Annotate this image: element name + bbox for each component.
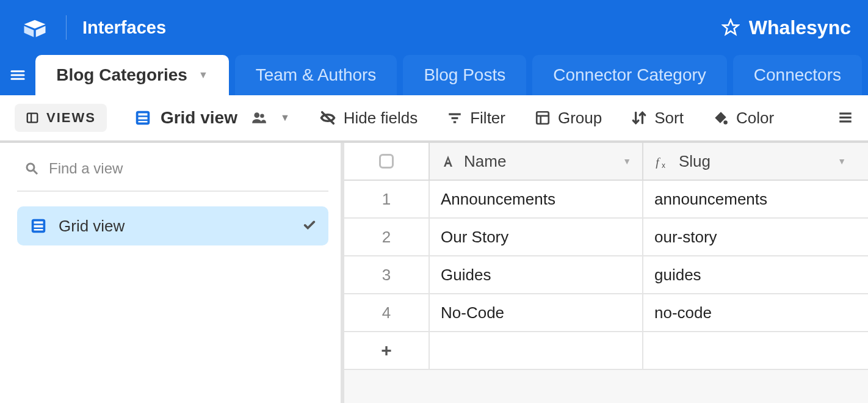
main-area: Find a view Grid view (0, 143, 868, 403)
view-list-item-label: Grid view (59, 217, 125, 236)
svg-point-28 (27, 164, 34, 171)
color-label: Color (736, 109, 774, 128)
svg-marker-3 (723, 20, 738, 35)
column-header-label: Slug (679, 152, 711, 171)
svg-rect-33 (34, 229, 43, 231)
tab-label: Blog Posts (424, 65, 505, 85)
current-view-picker[interactable]: Grid view ▼ (134, 108, 290, 128)
find-view-input[interactable]: Find a view (17, 155, 328, 192)
tab-connector-category[interactable]: Connector Category (532, 55, 727, 95)
color-button[interactable]: Color (713, 109, 774, 128)
svg-rect-10 (138, 114, 147, 116)
svg-rect-12 (138, 121, 147, 123)
svg-rect-32 (34, 225, 43, 228)
svg-point-13 (254, 112, 259, 118)
svg-rect-18 (454, 121, 456, 123)
svg-rect-17 (452, 117, 458, 119)
search-icon (24, 161, 39, 176)
base-name[interactable]: Whalesync (749, 16, 851, 39)
group-button[interactable]: Group (535, 109, 602, 128)
chevron-down-icon[interactable]: ▼ (837, 156, 846, 166)
tab-blog-posts[interactable]: Blog Posts (403, 55, 526, 95)
chevron-down-icon[interactable]: ▼ (280, 112, 290, 123)
app-header: Interfaces Whalesync (0, 0, 868, 55)
views-sidebar-toggle[interactable]: VIEWS (15, 104, 107, 132)
svg-text:f: f (656, 156, 660, 169)
data-grid: Name ▼ f x Slug ▼ 1 Announcements announ… (344, 143, 868, 403)
views-label: VIEWS (46, 110, 96, 126)
svg-marker-1 (24, 26, 34, 37)
row-number: 1 (344, 181, 430, 217)
cell-slug[interactable]: announcements (643, 181, 857, 217)
formula-field-icon: f x (654, 153, 670, 169)
row-number: 3 (344, 256, 430, 293)
header-section-title[interactable]: Interfaces (82, 18, 166, 38)
cell-name[interactable]: Our Story (430, 219, 643, 255)
cell-name[interactable]: No-Code (430, 294, 643, 331)
airtable-logo-icon[interactable] (22, 16, 48, 38)
svg-marker-0 (24, 20, 46, 29)
table-row[interactable]: 1 Announcements announcements (344, 181, 868, 219)
tab-label: Blog Categories (56, 65, 187, 85)
find-view-placeholder: Find a view (49, 160, 123, 177)
checkbox-icon (379, 154, 394, 169)
table-footer-space (344, 370, 868, 403)
view-toolbar: VIEWS Grid view ▼ Hide fields (0, 95, 868, 143)
hide-fields-button[interactable]: Hide fields (319, 109, 418, 128)
hide-fields-label: Hide fields (344, 109, 418, 128)
svg-point-24 (723, 120, 728, 125)
svg-text:x: x (662, 161, 665, 169)
group-label: Group (558, 109, 602, 128)
table-row[interactable]: 4 No-Code no-code (344, 294, 868, 332)
sort-label: Sort (654, 109, 684, 128)
cell-slug[interactable]: no-code (643, 294, 857, 331)
cell-name[interactable]: Announcements (430, 181, 643, 217)
svg-rect-26 (839, 117, 852, 118)
current-view-name: Grid view (161, 108, 237, 128)
tables-menu-button[interactable] (0, 55, 35, 95)
cell-slug[interactable]: guides (643, 256, 857, 293)
svg-rect-25 (839, 112, 852, 114)
column-header-label: Name (464, 152, 506, 171)
star-icon[interactable] (721, 18, 740, 37)
chevron-down-icon[interactable]: ▼ (198, 70, 208, 81)
filter-button[interactable]: Filter (447, 109, 505, 128)
view-list-item-grid-view[interactable]: Grid view (17, 206, 328, 245)
empty-cell (430, 332, 643, 369)
tab-connectors[interactable]: Connectors (733, 55, 862, 95)
add-row-button[interactable]: + (344, 332, 868, 370)
sort-button[interactable]: Sort (631, 109, 684, 128)
row-number: 4 (344, 294, 430, 331)
chevron-down-icon[interactable]: ▼ (623, 156, 631, 166)
svg-rect-7 (27, 114, 38, 123)
header-divider (66, 15, 67, 40)
svg-marker-2 (36, 26, 46, 37)
cell-slug[interactable]: our-story (643, 219, 857, 255)
filter-label: Filter (470, 109, 505, 128)
cell-name[interactable]: Guides (430, 256, 643, 293)
svg-rect-19 (537, 112, 549, 124)
svg-point-14 (260, 114, 264, 118)
svg-rect-27 (839, 120, 852, 122)
column-header-slug[interactable]: f x Slug ▼ (643, 143, 857, 180)
tab-label: Team & Authors (256, 65, 377, 85)
svg-rect-31 (34, 222, 43, 224)
row-height-button[interactable] (837, 110, 853, 126)
tab-blog-categories[interactable]: Blog Categories ▼ (35, 55, 229, 95)
select-all-cell[interactable] (344, 143, 430, 180)
views-panel: Find a view Grid view (0, 143, 341, 403)
svg-rect-11 (138, 117, 147, 120)
tab-label: Connectors (754, 65, 841, 85)
table-row[interactable]: 3 Guides guides (344, 256, 868, 294)
grid-view-icon (134, 109, 152, 127)
check-icon (303, 217, 316, 236)
collaborators-icon[interactable] (250, 110, 268, 126)
table-tab-row: Blog Categories ▼ Team & Authors Blog Po… (0, 55, 868, 95)
table-row[interactable]: 2 Our Story our-story (344, 219, 868, 256)
tab-team-authors[interactable]: Team & Authors (235, 55, 397, 95)
sidebar-toggle-icon (26, 111, 39, 125)
column-header-name[interactable]: Name ▼ (430, 143, 643, 180)
table-header-row: Name ▼ f x Slug ▼ (344, 143, 868, 181)
grid-view-icon (29, 217, 48, 235)
svg-rect-16 (449, 113, 461, 115)
